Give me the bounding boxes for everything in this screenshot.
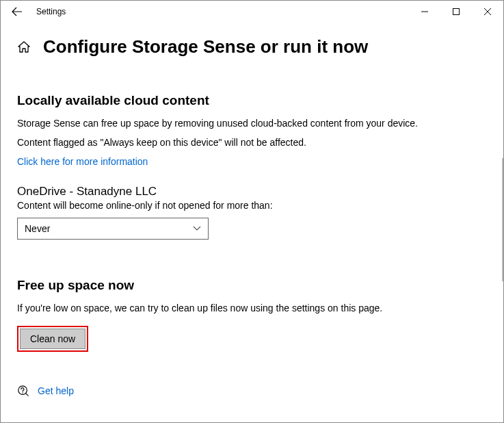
freeup-heading: Free up space now [17,278,487,293]
chevron-down-icon [193,225,201,233]
close-button[interactable] [472,1,503,23]
page-header: Configure Storage Sense or run it now [1,23,503,64]
onedrive-desc: Content will become online-only if not o… [17,200,487,211]
page-title: Configure Storage Sense or run it now [43,36,368,57]
freeup-desc: If you're low on space, we can try to cl… [17,303,487,313]
cloud-text-2: Content flagged as "Always keep on this … [17,137,487,148]
cloud-more-info-link[interactable]: Click here for more information [17,156,487,167]
clean-now-button[interactable]: Clean now [20,329,85,349]
onedrive-threshold-select[interactable]: Never [17,218,209,240]
back-button[interactable] [6,1,28,23]
svg-point-2 [22,392,23,393]
window-controls [409,1,503,23]
select-value: Never [25,223,50,234]
get-help-link[interactable]: Get help [38,385,74,396]
maximize-icon [453,8,460,15]
cloud-heading: Locally available cloud content [17,93,487,108]
onedrive-heading: OneDrive - Stanadyne LLC [17,185,487,198]
help-icon [17,385,29,397]
minimize-icon [421,8,428,15]
svg-rect-0 [453,9,460,15]
content-area: Locally available cloud content Storage … [1,93,503,397]
arrow-left-icon [12,6,23,17]
scrollbar[interactable] [502,158,503,281]
home-icon[interactable] [17,40,31,54]
close-icon [484,8,491,15]
titlebar: Settings [1,1,503,23]
help-row: Get help [17,385,487,397]
clean-now-label: Clean now [30,333,75,344]
window-title: Settings [36,7,66,16]
minimize-button[interactable] [409,1,440,23]
maximize-button[interactable] [440,1,472,23]
clean-now-highlight: Clean now [17,326,88,352]
cloud-text-1: Storage Sense can free up space by remov… [17,118,487,129]
